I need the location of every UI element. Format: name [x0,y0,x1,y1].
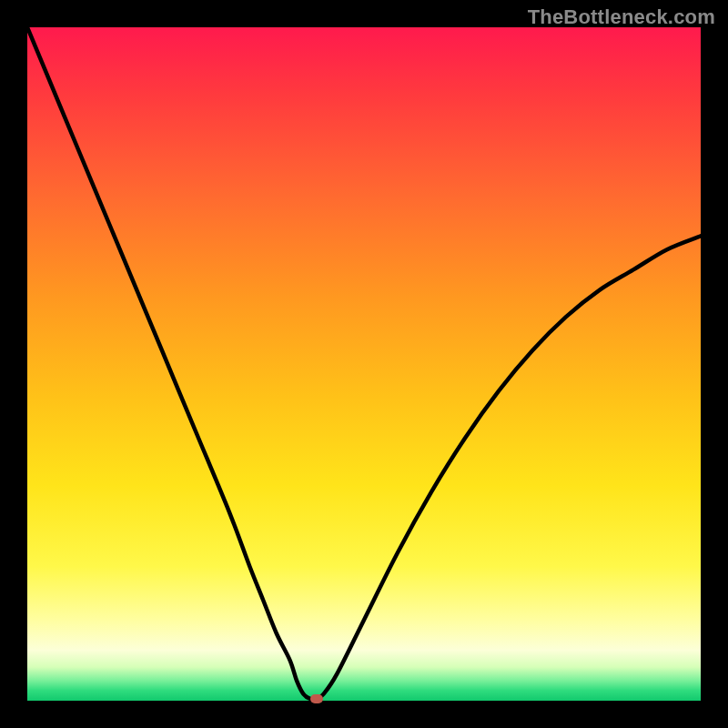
watermark-text: TheBottleneck.com [528,5,715,29]
bottleneck-curve [27,27,701,701]
chart-container: TheBottleneck.com [0,0,728,728]
minimum-marker [310,694,323,703]
